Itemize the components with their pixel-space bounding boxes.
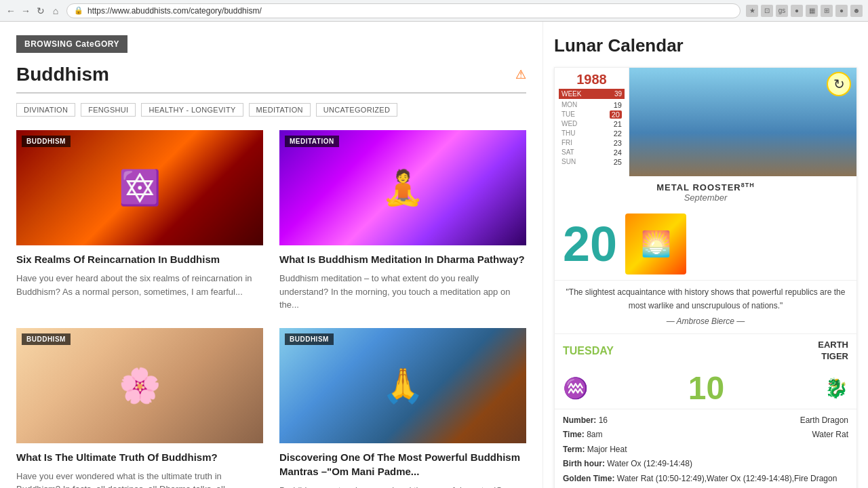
article-card-0: 🔯 BUDDHISM Six Realms Of Reincarnation I… [16, 130, 263, 312]
home-button[interactable]: ⌂ [50, 5, 61, 16]
number-time-row: Number: 16 Earth Dragon [563, 413, 848, 428]
moon-icon: ↻ [827, 72, 851, 96]
page-title: Buddhism [16, 64, 109, 85]
time-detail: Time: 8am [563, 428, 602, 443]
lock-icon: 🔒 [74, 6, 83, 15]
article-excerpt-3: Buddhism mantras in general and the powe… [279, 484, 526, 489]
cal-day-row-FRI: FRI23 [559, 138, 625, 148]
sidebar-title: Lunar Calendar [554, 35, 857, 56]
article-image-3[interactable]: 🙏 BUDDHISM [279, 328, 526, 443]
earth-dragon-detail: Earth Dragon [800, 413, 848, 428]
browser-ext-3[interactable]: gs [776, 5, 788, 17]
refresh-button[interactable]: ↻ [35, 5, 46, 16]
tag-fengshui[interactable]: FENGSHUI [81, 103, 136, 117]
article-card-3: 🙏 BUDDHISM Discovering One Of The Most P… [279, 328, 526, 489]
lunar-calendar-widget: 1988 WEEK 39 MON19TUE20WED21THU22FRI23SA… [554, 67, 857, 488]
number-detail: Number: 16 [563, 413, 608, 428]
calendar-info: METAL ROOSTER8TH September [555, 176, 856, 208]
article-title-2[interactable]: What Is The Ultimate Truth Of Buddhism? [16, 450, 263, 464]
address-bar[interactable]: 🔒 https://www.abuddhists.com/category/bu… [66, 3, 741, 18]
cal-days-container: MON19TUE20WED21THU22FRI23SAT24SUN25 [559, 100, 625, 167]
tag-meditation[interactable]: MEDITATION [249, 103, 311, 117]
big-date-row: 20 🌅 [555, 208, 856, 280]
tag-healthy---longevity[interactable]: HEALTHY - LONGEVITY [141, 103, 243, 117]
time-waterrat-row: Time: 8am Water Rat [563, 428, 848, 443]
article-badge-2: BUDDHISM [22, 333, 71, 345]
page-layout: BROWSING CateGORY Buddhism ⚠ DIVINATIONF… [0, 22, 868, 488]
quote-author: — Ambrose Bierce — [566, 315, 846, 328]
animal-icon-left: ♒ [563, 376, 588, 400]
browser-ext-8[interactable]: ☻ [850, 5, 863, 17]
day-number-small: 10 [688, 372, 724, 405]
week-label: WEEK [561, 90, 581, 98]
cal-day-row-MON: MON19 [559, 100, 625, 110]
water-rat-detail: Water Rat [812, 428, 848, 443]
cal-day-row-THU: THU22 [559, 129, 625, 138]
details-block: Number: 16 Earth Dragon Time: 8am Water … [555, 409, 856, 488]
tag-uncategorized[interactable]: UNCATEGORIZED [316, 103, 397, 117]
cal-day-row-TUE: TUE20 [559, 110, 625, 119]
cal-week-row: WEEK 39 [559, 89, 625, 99]
back-button[interactable]: ← [5, 5, 16, 16]
article-badge-1: MEDITATION [285, 136, 339, 147]
tag-divination[interactable]: DIVINATION [16, 103, 75, 117]
calendar-top: 1988 WEEK 39 MON19TUE20WED21THU22FRI23SA… [555, 68, 856, 176]
cal-day-row-SAT: SAT24 [559, 148, 625, 157]
date-illustration: 🌅 [625, 214, 686, 274]
browser-ext-1[interactable]: ★ [746, 5, 758, 17]
week-num: 39 [614, 90, 622, 98]
calendar-scene: ↻ [629, 68, 856, 176]
article-title-1[interactable]: What Is Buddhism Meditation In Dharma Pa… [279, 252, 526, 266]
article-image-1[interactable]: 🧘 MEDITATION [279, 130, 526, 245]
metal-rooster-text: METAL ROOSTER8TH [563, 182, 848, 192]
calendar-mini: 1988 WEEK 39 MON19TUE20WED21THU22FRI23SA… [555, 68, 629, 176]
golden-time-detail: Golden Time: Water Rat (10:50-12:49),Wat… [563, 472, 848, 488]
articles-grid: 🔯 BUDDHISM Six Realms Of Reincarnation I… [16, 130, 526, 488]
browser-ext-7[interactable]: ● [835, 5, 848, 17]
article-excerpt-2: Have you ever wondered what is the ultim… [16, 470, 263, 489]
animals-row: ♒ 10 🐉 [555, 368, 856, 409]
browser-ext-6[interactable]: ⊞ [821, 5, 833, 17]
article-card-2: 🌸 BUDDHISM What Is The Ultimate Truth Of… [16, 328, 263, 489]
tag-list: DIVINATIONFENGSHUIHEALTHY - LONGEVITYMED… [16, 103, 526, 117]
article-badge-3: BUDDHISM [285, 333, 334, 345]
cal-day-row-WED: WED21 [559, 119, 625, 129]
article-image-0[interactable]: 🔯 BUDDHISM [16, 130, 263, 245]
big-date-num: 20 [563, 220, 617, 268]
article-badge-0: BUDDHISM [22, 136, 71, 147]
quote-text: "The slightest acquaintance with history… [566, 286, 846, 312]
article-image-2[interactable]: 🌸 BUDDHISM [16, 328, 263, 443]
cal-year: 1988 [559, 72, 625, 87]
september-text: September [563, 192, 848, 203]
browser-chrome: ← → ↻ ⌂ 🔒 https://www.abuddhists.com/cat… [0, 0, 868, 22]
birth-hour-detail: Birth hour: Water Ox (12:49-14:48) [563, 457, 848, 472]
term-detail: Term: Major Heat [563, 443, 848, 458]
rss-icon[interactable]: ⚠ [515, 67, 526, 82]
browsing-category-bar: BROWSING CateGORY [16, 35, 127, 53]
cal-day-row-SUN: SUN25 [559, 157, 625, 167]
browser-ext-2[interactable]: ⊡ [761, 5, 773, 17]
category-title-row: Buddhism ⚠ [16, 64, 526, 94]
article-excerpt-0: Have you ever heard about the six realms… [16, 272, 263, 298]
sidebar: Lunar Calendar 1988 WEEK 39 MON19TUE20WE… [542, 22, 868, 488]
quote-block: "The slightest acquaintance with history… [555, 280, 856, 333]
main-content: BROWSING CateGORY Buddhism ⚠ DIVINATIONF… [0, 22, 542, 488]
browser-controls: ← → ↻ ⌂ [5, 5, 61, 16]
article-title-3[interactable]: Discovering One Of The Most Powerful Bud… [279, 450, 526, 479]
animal-icon-right: 🐉 [825, 377, 848, 399]
browser-ext-4[interactable]: ● [791, 5, 803, 17]
tuesday-label: TUESDAY [563, 345, 614, 357]
article-card-1: 🧘 MEDITATION What Is Buddhism Meditation… [279, 130, 526, 312]
browser-actions: ★ ⊡ gs ● ▦ ⊞ ● ☻ [746, 5, 863, 17]
article-title-0[interactable]: Six Realms Of Reincarnation In Buddhism [16, 252, 263, 266]
earth-tiger-label: EARTHTIGER [818, 340, 848, 363]
url-text: https://www.abuddhists.com/category/budd… [87, 6, 262, 16]
tuesday-row: TUESDAY EARTHTIGER [555, 333, 856, 368]
article-excerpt-1: Buddhism meditation – to what extent do … [279, 272, 526, 312]
browser-ext-5[interactable]: ▦ [806, 5, 818, 17]
forward-button[interactable]: → [20, 5, 31, 16]
